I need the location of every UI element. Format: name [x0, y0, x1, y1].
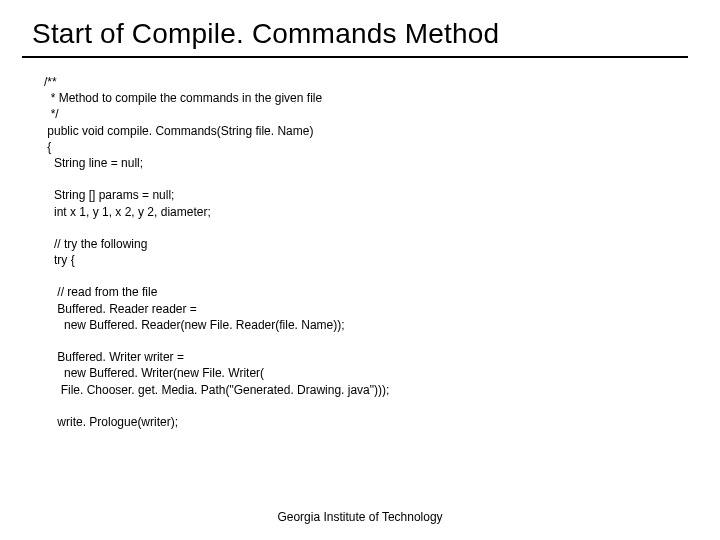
footer-text: Georgia Institute of Technology — [0, 510, 720, 524]
slide-title: Start of Compile. Commands Method — [0, 0, 720, 56]
code-content: /** * Method to compile the commands in … — [0, 58, 720, 430]
